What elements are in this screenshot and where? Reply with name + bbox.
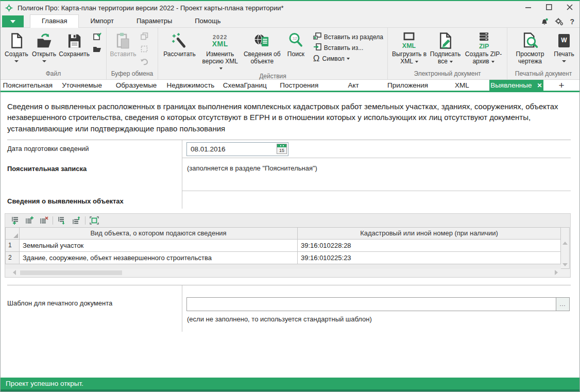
create-zip-label: Создать ZIP-архив — [463, 51, 504, 65]
row-number[interactable]: 1 — [5, 239, 20, 252]
row-number[interactable]: 2 — [5, 251, 20, 264]
calendar-icon[interactable]: 15 — [277, 144, 287, 154]
insert-from-icon — [313, 43, 321, 52]
xml-year-text: 2022 — [213, 35, 227, 40]
section-tab-shemagranits[interactable]: СхемаГраниц — [218, 80, 272, 91]
section-tab-obrazuemye[interactable]: Образуемые — [109, 80, 163, 91]
objects-field-cell — [182, 191, 571, 209]
open-folder-icon — [36, 30, 53, 51]
save-button[interactable]: Сохранить — [58, 29, 91, 70]
titlebar: Полигон Про: Карта-план территории верси… — [1, 1, 579, 14]
expand-table-button[interactable] — [89, 215, 100, 226]
tab-parametry[interactable]: Параметры — [125, 15, 183, 27]
omega-icon: Ω — [313, 54, 320, 63]
paste-special-icon[interactable] — [139, 44, 149, 54]
open-copy-icon[interactable] — [92, 44, 103, 54]
object-info-button[interactable]: Сведения об объекте — [242, 29, 283, 72]
section-tab-xml[interactable]: XML — [435, 80, 489, 91]
preview-magnifier-icon — [522, 30, 538, 51]
table-horizontal-scrollbar[interactable] — [6, 269, 561, 277]
tab-close-icon[interactable]: ✕ — [537, 82, 542, 89]
undo-icon[interactable] — [139, 57, 149, 66]
section-description: Сведения о выявленных расположенных в гр… — [1, 92, 579, 134]
scroll-left-icon[interactable] — [13, 270, 16, 275]
date-input-box: 15 — [186, 142, 288, 156]
toolbar-separator — [85, 216, 86, 225]
xml-2022-icon: 2022 XML — [212, 30, 228, 51]
application-window: Полигон Про: Карта-план территории верси… — [0, 0, 580, 392]
notifications-bell-icon[interactable] — [540, 18, 549, 26]
calculate-label: Рассчитать — [163, 51, 196, 58]
column-header-type[interactable]: Вид объекта, о котором подаются сведения — [19, 227, 298, 240]
section-tab-prilozheniya[interactable]: Приложения — [381, 80, 435, 91]
group-printdoc-label: Печатный документ — [508, 70, 578, 79]
section-tab-postroeniya[interactable]: Построения — [272, 80, 326, 91]
date-input[interactable] — [188, 145, 277, 153]
maximize-button[interactable] — [545, 4, 553, 11]
column-header-number[interactable]: Кадастровый или иной номер (при наличии) — [297, 227, 561, 240]
browse-button[interactable]: ... — [556, 297, 570, 311]
create-button[interactable]: Создать — [3, 29, 30, 70]
save-as-icon[interactable] — [92, 31, 103, 41]
minimize-button[interactable] — [525, 4, 532, 11]
cell-cadastral-number-2[interactable]: 39:16:010225:23 — [297, 251, 561, 264]
cell-cadastral-number-1[interactable]: 39:16:010228:28 — [297, 239, 561, 252]
search-button[interactable]: :12 Поиск — [283, 29, 309, 72]
add-row-button[interactable] — [9, 215, 21, 226]
delete-row-button[interactable] — [38, 215, 49, 226]
insert-row-button[interactable] — [24, 215, 35, 226]
section-tab-nedvizhimost[interactable]: Недвижимость — [163, 80, 217, 91]
open-button[interactable]: Открыть — [30, 29, 58, 70]
symbol-button[interactable]: Ω Символ — [313, 54, 383, 63]
print-button[interactable]: W Печать — [551, 29, 577, 70]
insert-from-section-button[interactable]: Вставить из раздела — [313, 32, 383, 41]
move-row-up-button[interactable] — [71, 215, 82, 226]
table-corner-cell[interactable] — [5, 227, 20, 240]
paste-button[interactable]: Вставить — [109, 29, 138, 70]
preview-drawing-label: Просмотр чертежа — [510, 51, 550, 65]
close-button[interactable] — [566, 4, 573, 11]
tab-pomoshch[interactable]: Помощь — [183, 15, 232, 27]
sign-all-label: Подписать все — [430, 51, 461, 65]
preview-drawing-button[interactable]: Просмотр чертежа — [509, 29, 551, 70]
tab-glavnaya[interactable]: Главная — [30, 14, 79, 28]
group-actions: Рассчитать 2022 XML Изменить версию XML — [158, 28, 388, 79]
insert-from-button[interactable]: Вставить из... — [313, 43, 383, 52]
template-path-input[interactable] — [186, 297, 556, 311]
table-empty-area — [6, 264, 561, 269]
note-label: Пояснительная записка — [1, 158, 182, 191]
group-edoc: XML Выгрузить в XML Подписать — [388, 28, 507, 79]
tab-import[interactable]: Импорт — [79, 15, 125, 27]
insert-from-label: Вставить из... — [324, 44, 363, 52]
group-clipboard-label: Буфер обмена — [108, 70, 157, 79]
scrollbar-thumb[interactable] — [20, 270, 122, 275]
group-file-label: Файл — [2, 70, 105, 79]
copy-icon[interactable] — [139, 31, 149, 41]
table-vertical-scrollbar[interactable] — [560, 227, 570, 269]
section-tab-vyyavlennye[interactable]: Выявленные ✕ — [489, 80, 543, 91]
section-tab-akt[interactable]: Акт — [326, 80, 380, 91]
section-tab-utochnyaemye[interactable]: Уточняемые — [55, 80, 109, 91]
create-zip-button[interactable]: ZIP Создать ZIP-архив — [462, 29, 505, 70]
settings-gears-icon[interactable] — [555, 18, 564, 26]
change-xml-version-button[interactable]: 2022 XML Изменить версию XML — [199, 29, 241, 72]
export-xml-label: Выгрузить в XML — [391, 51, 428, 65]
scroll-down-icon[interactable] — [562, 263, 568, 266]
sign-all-button[interactable]: Подписать все — [429, 29, 462, 70]
scroll-up-icon[interactable] — [562, 242, 568, 245]
export-xml-button[interactable]: XML Выгрузить в XML — [390, 29, 429, 70]
note-hint: (заполняется в разделе "Пояснительная") — [186, 160, 570, 172]
app-menu-button[interactable] — [2, 15, 24, 27]
group-file: Создать Открыть — [1, 28, 107, 79]
search-icon: :12 — [288, 30, 303, 51]
cell-object-type-2[interactable]: Здание, сооружение, объект незавершенног… — [19, 251, 298, 264]
calculate-button[interactable]: Рассчитать — [160, 29, 199, 72]
group-clipboard: Вставить — [107, 28, 158, 79]
scroll-right-icon[interactable] — [555, 270, 558, 275]
help-icon[interactable]: ? — [570, 18, 574, 26]
add-section-tab-button[interactable]: + — [543, 80, 579, 91]
move-row-down-button[interactable] — [56, 215, 67, 226]
cell-object-type-1[interactable]: Земельный участок — [19, 239, 298, 252]
section-tab-poyasnitelnaya[interactable]: Пояснительная — [1, 80, 55, 91]
svg-text::12: :12 — [292, 36, 297, 41]
